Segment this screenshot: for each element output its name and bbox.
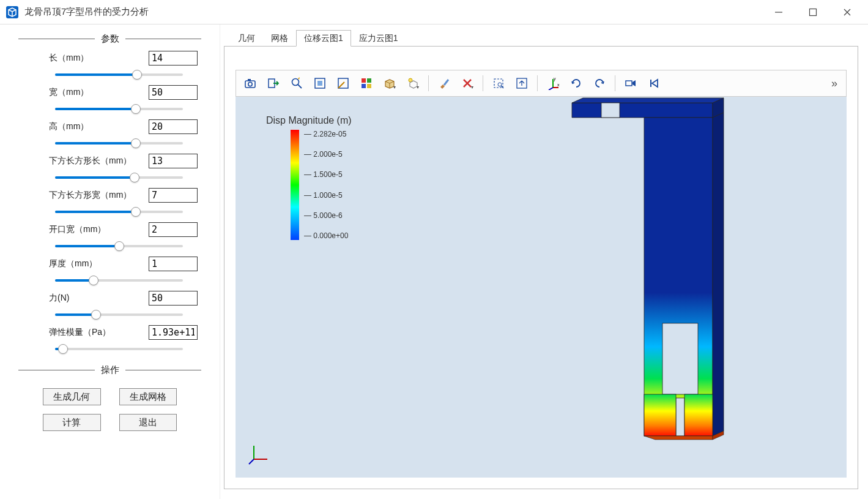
- svg-rect-45: [684, 394, 713, 436]
- param-slider[interactable]: [55, 239, 183, 253]
- param-input[interactable]: [149, 119, 198, 134]
- animation-first-icon[interactable]: [645, 74, 663, 92]
- param-label: 宽（mm）: [49, 87, 89, 98]
- title-bar: 龙骨吊顶7字型吊件的受力分析: [0, 0, 868, 24]
- svg-rect-44: [644, 394, 676, 436]
- svg-marker-38: [572, 98, 724, 103]
- generate-mesh-button[interactable]: 生成网格: [119, 388, 177, 405]
- param-slider[interactable]: [55, 137, 183, 150]
- model-render: [407, 97, 725, 452]
- content-area: 几何网格位移云图1应力云图1 ▾▾▾yx» Disp Magnitude (m)…: [220, 24, 868, 499]
- svg-line-21: [444, 80, 448, 85]
- svg-point-6: [248, 82, 252, 86]
- legend-tick-labels: — 2.282e-05— 2.000e-5— 1.500e-5— 1.000e-…: [304, 130, 348, 240]
- svg-text:▾: ▾: [393, 84, 396, 90]
- toolbar-separator: [615, 75, 615, 91]
- param-slider[interactable]: [55, 102, 183, 116]
- svg-point-9: [292, 79, 299, 86]
- minimize-button[interactable]: [770, 4, 787, 21]
- param-slider[interactable]: [55, 205, 183, 219]
- rotate-ccw-icon[interactable]: [590, 74, 609, 92]
- window-controls: [770, 4, 863, 21]
- svg-rect-7: [248, 79, 251, 81]
- delete-icon[interactable]: ▾: [458, 74, 477, 92]
- select-box-icon[interactable]: [489, 74, 508, 92]
- param-input[interactable]: [149, 291, 198, 306]
- generate-geometry-button[interactable]: 生成几何: [43, 388, 101, 405]
- legend-tick: — 2.282e-05: [304, 130, 348, 138]
- param-row-7: 力(N): [18, 291, 201, 321]
- sidebar: 参数 长（mm）宽（mm）高（mm）下方长方形长（mm）下方长方形宽（mm）开口…: [0, 24, 220, 499]
- svg-text:y: y: [554, 77, 556, 81]
- zoom-icon[interactable]: [287, 74, 306, 92]
- param-slider[interactable]: [55, 274, 183, 287]
- param-label: 下方长方形长（mm）: [49, 156, 132, 167]
- svg-rect-12: [317, 81, 322, 86]
- brush-icon[interactable]: [435, 74, 453, 92]
- toolbar-separator: [428, 75, 429, 91]
- param-input[interactable]: [149, 85, 198, 100]
- rotate-cw-icon[interactable]: [567, 74, 585, 92]
- viewport-3d[interactable]: Disp Magnitude (m) — 2.282e-05— 2.000e-5…: [236, 97, 847, 478]
- tab-geom[interactable]: 几何: [230, 30, 263, 47]
- svg-marker-46: [644, 436, 713, 440]
- param-slider[interactable]: [55, 171, 183, 184]
- legend-tick: — 2.000e-5: [304, 150, 348, 159]
- param-slider[interactable]: [55, 308, 183, 321]
- exit-button[interactable]: 退出: [119, 414, 177, 431]
- toolbar-overflow-button[interactable]: »: [828, 77, 841, 90]
- param-row-3: 下方长方形长（mm）: [18, 154, 201, 184]
- svg-rect-17: [367, 84, 371, 88]
- axes-icon[interactable]: yx: [544, 74, 562, 92]
- tab-stress[interactable]: 应力云图1: [351, 30, 406, 47]
- param-label: 下方长方形宽（mm）: [49, 190, 132, 201]
- animation-play-icon[interactable]: [621, 74, 640, 92]
- param-row-8: 弹性模量（Pa）: [18, 325, 201, 356]
- param-input[interactable]: [149, 325, 198, 340]
- app-icon: [5, 5, 20, 20]
- color-map-icon[interactable]: [357, 74, 376, 92]
- viewer-toolbar: ▾▾▾yx»: [236, 70, 847, 97]
- param-input[interactable]: [149, 188, 198, 203]
- fit-view-icon[interactable]: [513, 74, 531, 92]
- export-icon[interactable]: [264, 74, 283, 92]
- param-label: 厚度（mm）: [49, 258, 97, 269]
- legend-color-bar: [291, 130, 299, 240]
- svg-text:▾: ▾: [471, 84, 473, 90]
- param-row-5: 开口宽（mm）: [18, 222, 201, 253]
- legend-title: Disp Magnitude (m): [266, 115, 352, 126]
- maximize-button[interactable]: [804, 4, 822, 21]
- svg-line-50: [249, 459, 254, 464]
- param-slider[interactable]: [55, 342, 183, 356]
- part-visibility-icon[interactable]: ▾: [380, 74, 399, 92]
- param-slider[interactable]: [55, 68, 183, 81]
- compute-button[interactable]: 计算: [43, 414, 101, 431]
- param-input[interactable]: [149, 257, 198, 271]
- window-fit-icon[interactable]: [311, 74, 329, 92]
- window-title: 龙骨吊顶7字型吊件的受力分析: [24, 6, 770, 18]
- svg-rect-16: [362, 84, 366, 88]
- close-button[interactable]: [839, 4, 856, 21]
- param-input[interactable]: [149, 222, 198, 237]
- legend-tick: — 1.000e-5: [304, 191, 348, 200]
- result-pane: ▾▾▾yx» Disp Magnitude (m) — 2.282e-05— 2…: [224, 46, 858, 489]
- light-icon[interactable]: ▾: [404, 74, 422, 92]
- color-legend: Disp Magnitude (m) — 2.282e-05— 2.000e-5…: [266, 115, 352, 240]
- param-input[interactable]: [149, 154, 198, 168]
- tab-disp[interactable]: 位移云图1: [296, 30, 351, 47]
- tab-mesh[interactable]: 网格: [263, 30, 296, 47]
- param-row-2: 高（mm）: [18, 119, 201, 150]
- svg-marker-36: [572, 103, 713, 118]
- camera-icon[interactable]: [241, 74, 259, 92]
- param-row-4: 下方长方形宽（mm）: [18, 188, 201, 219]
- ruler-icon[interactable]: [334, 74, 352, 92]
- param-input[interactable]: [149, 51, 198, 66]
- svg-rect-14: [362, 78, 366, 83]
- params-section-title: 参数: [18, 33, 201, 45]
- svg-text:x: x: [557, 83, 560, 87]
- param-label: 力(N): [49, 293, 69, 304]
- svg-rect-15: [367, 78, 371, 83]
- param-label: 开口宽（mm）: [49, 224, 106, 235]
- ops-section-title: 操作: [18, 364, 201, 376]
- svg-text:▾: ▾: [417, 84, 419, 90]
